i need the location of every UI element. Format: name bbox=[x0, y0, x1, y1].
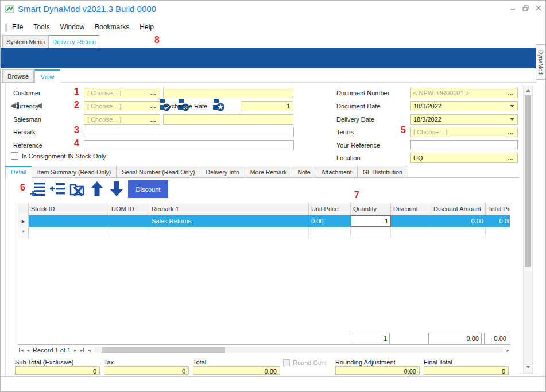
cell-stock-id[interactable] bbox=[29, 215, 109, 227]
app-icon bbox=[5, 5, 14, 15]
cell-empty[interactable] bbox=[29, 227, 109, 238]
discount-button[interactable]: Discount bbox=[128, 180, 168, 198]
salesman-name-field[interactable] bbox=[163, 114, 293, 125]
close-window-button[interactable] bbox=[535, 4, 543, 12]
tab-more-remark[interactable]: More Remark bbox=[245, 166, 293, 178]
cell-empty[interactable] bbox=[149, 227, 309, 238]
menu-window[interactable]: Window bbox=[60, 23, 84, 31]
cell-empty[interactable] bbox=[309, 227, 351, 238]
col-unit-price[interactable]: Unit Price bbox=[309, 203, 351, 215]
grid-row-new[interactable]: * bbox=[18, 227, 510, 238]
cell-remark-1[interactable]: Sales Returns bbox=[149, 215, 309, 227]
toolbar-grip[interactable] bbox=[5, 24, 7, 32]
ellipsis-icon[interactable]: … bbox=[150, 90, 157, 96]
col-discount[interactable]: Discount bbox=[391, 203, 431, 215]
hscroll-right-arrow[interactable]: ▸ bbox=[506, 347, 509, 353]
cell-unit-price[interactable]: 0.00 bbox=[309, 215, 351, 227]
ellipsis-icon[interactable]: … bbox=[150, 117, 157, 123]
cell-empty[interactable] bbox=[486, 227, 510, 238]
move-up-button[interactable] bbox=[90, 181, 104, 198]
dropdown-icon[interactable] bbox=[510, 105, 514, 107]
ellipsis-icon[interactable]: … bbox=[508, 129, 514, 135]
status-bar: Start Edition: Malaysia - Eva Database: … bbox=[1, 376, 545, 392]
delivery-date-field[interactable]: 18/3/2022 bbox=[410, 114, 518, 125]
reference-input[interactable] bbox=[84, 140, 294, 150]
vertical-scrollbar[interactable] bbox=[523, 86, 533, 374]
vscroll-up-arrow[interactable] bbox=[526, 89, 530, 92]
menu-help[interactable]: Help bbox=[140, 23, 154, 31]
your-reference-input[interactable] bbox=[410, 140, 518, 150]
ellipsis-icon[interactable]: … bbox=[508, 90, 514, 96]
tab-serial-number[interactable]: Serial Number (Read-Only) bbox=[117, 166, 200, 178]
exchange-rate-field[interactable]: 1 bbox=[241, 101, 293, 111]
grid-nav-next-button[interactable]: ▸ bbox=[74, 347, 77, 353]
reference-label: Reference bbox=[13, 142, 42, 149]
hscroll-left-arrow[interactable]: ◂ bbox=[88, 347, 91, 353]
menu-tools[interactable]: Tools bbox=[33, 23, 49, 31]
location-field[interactable]: HQ … bbox=[410, 153, 518, 163]
terms-choose-field[interactable]: [ Choose... ] … bbox=[410, 127, 518, 137]
vscroll-down-arrow[interactable] bbox=[526, 366, 530, 368]
move-down-button[interactable] bbox=[109, 181, 124, 198]
round-cent-checkbox[interactable] bbox=[283, 359, 290, 366]
menu-bookmarks[interactable]: Bookmarks bbox=[95, 23, 129, 31]
dropdown-icon[interactable] bbox=[510, 118, 514, 121]
delete-row-icon bbox=[69, 181, 86, 196]
col-quantity[interactable]: Quantity bbox=[351, 203, 391, 215]
cell-discount-amount[interactable]: 0.00 bbox=[431, 215, 486, 227]
col-total-price[interactable]: Total Price bbox=[486, 203, 510, 215]
cell-empty[interactable] bbox=[431, 227, 486, 238]
col-uom-id[interactable]: UOM ID bbox=[109, 203, 149, 215]
tab-view[interactable]: View bbox=[34, 69, 60, 83]
cell-total-price[interactable]: 0.00 bbox=[486, 215, 510, 227]
add-row-icon bbox=[30, 181, 45, 196]
add-row-button[interactable] bbox=[30, 181, 45, 197]
col-remark-1[interactable]: Remark 1 bbox=[149, 203, 309, 215]
minimize-button[interactable] bbox=[509, 4, 517, 12]
hscroll-thumb[interactable] bbox=[102, 347, 225, 353]
grid-nav-last-button[interactable]: ▸ bbox=[80, 347, 85, 353]
cell-quantity-editor[interactable]: 1 bbox=[351, 215, 391, 227]
consignment-checkbox[interactable] bbox=[11, 152, 18, 160]
remark-input[interactable] bbox=[84, 127, 294, 137]
window-title: Smart DynaMod v2021.3 Build 0000 bbox=[18, 4, 156, 14]
vscroll-thumb[interactable] bbox=[525, 95, 531, 267]
col-stock-id[interactable]: Stock ID bbox=[29, 203, 109, 215]
cell-empty[interactable] bbox=[391, 227, 431, 238]
cell-uom-id[interactable] bbox=[109, 215, 149, 227]
grid-row-selected[interactable]: ▸ Sales Returns 0.00 1 0.00 0.00 bbox=[18, 215, 510, 227]
customer-name-field[interactable] bbox=[163, 88, 293, 98]
col-discount-amount[interactable]: Discount Amount bbox=[431, 203, 486, 215]
tab-gl-distribution[interactable]: GL Distribution bbox=[358, 166, 408, 178]
save-favorite-button[interactable] bbox=[210, 98, 224, 112]
tab-browse[interactable]: Browse bbox=[2, 69, 34, 83]
restore-button[interactable] bbox=[522, 4, 530, 12]
tab-delivery-return[interactable]: Delivery Return bbox=[49, 35, 99, 48]
currency-choose-field[interactable]: [ Choose... ] … bbox=[84, 101, 160, 111]
horizontal-scrollbar[interactable] bbox=[94, 347, 504, 353]
grid-nav-prev-button[interactable]: ◂ bbox=[27, 347, 30, 353]
location-label: Location bbox=[336, 154, 361, 161]
cell-empty[interactable] bbox=[109, 227, 149, 238]
ellipsis-icon[interactable]: … bbox=[150, 103, 157, 110]
summary-total-price: 0.00 bbox=[484, 333, 509, 344]
cell-discount[interactable] bbox=[391, 215, 431, 227]
menu-file[interactable]: File bbox=[12, 23, 23, 31]
tax-label: Tax bbox=[104, 359, 114, 366]
cell-empty[interactable] bbox=[351, 227, 391, 238]
side-tab-dynamod[interactable]: DynaMod bbox=[536, 44, 545, 80]
tab-system-menu[interactable]: System Menu bbox=[2, 35, 49, 48]
document-date-field[interactable]: 18/3/2022 bbox=[410, 101, 518, 111]
grid-nav-first-button[interactable]: ◂ bbox=[19, 347, 24, 353]
tab-detail[interactable]: Detail bbox=[5, 166, 32, 178]
document-number-field[interactable]: < NEW: DR00001 > … bbox=[410, 88, 518, 98]
ellipsis-icon[interactable]: … bbox=[508, 155, 514, 161]
insert-row-button[interactable] bbox=[50, 181, 65, 197]
tab-attachment[interactable]: Attachment bbox=[316, 166, 358, 178]
salesman-choose-field[interactable]: [ Choose... ] … bbox=[84, 114, 160, 125]
tab-note[interactable]: Note bbox=[292, 166, 316, 178]
tab-delivery-info[interactable]: Delivery Info bbox=[200, 166, 245, 178]
tab-item-summary[interactable]: Item Summary (Read-Only) bbox=[32, 166, 117, 178]
customer-choose-field[interactable]: [ Choose... ] … bbox=[84, 88, 160, 98]
delete-row-button[interactable] bbox=[69, 181, 86, 197]
